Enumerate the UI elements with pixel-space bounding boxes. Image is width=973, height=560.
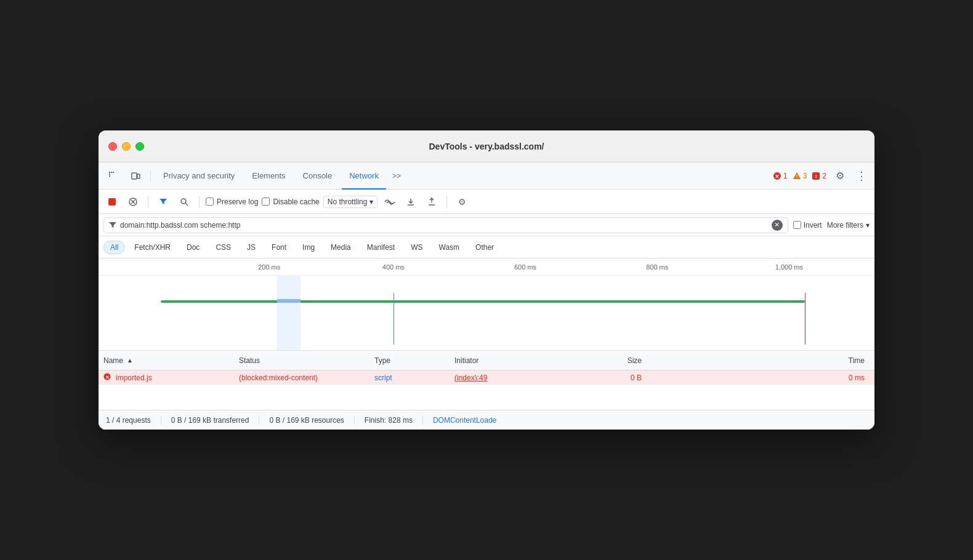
title-bar: DevTools - very.badssl.com/	[99, 130, 874, 162]
svg-point-16	[181, 199, 186, 204]
type-filter-bar: All Fetch/XHR Doc CSS JS Font Img Media …	[99, 236, 874, 258]
invert-checkbox[interactable]	[793, 221, 801, 229]
device-mode-icon[interactable]	[126, 166, 145, 186]
filter-text-input[interactable]	[120, 221, 768, 230]
error-badge[interactable]: ✕ 1	[773, 172, 788, 180]
svg-text:✕: ✕	[105, 375, 110, 380]
status-requests: 1 / 4 requests	[106, 416, 161, 425]
sort-arrow-icon: ▲	[127, 357, 133, 364]
table-body: ✕ imported.js (blocked:mixed-content) sc…	[99, 370, 874, 385]
timeline-chart	[99, 276, 874, 351]
preserve-log-checkbox[interactable]	[206, 198, 214, 206]
type-filter-all[interactable]: All	[103, 241, 125, 254]
type-filter-ws[interactable]: WS	[404, 241, 429, 254]
close-button[interactable]	[108, 142, 117, 151]
inspector-icon[interactable]	[103, 166, 123, 186]
traffic-lights	[108, 142, 144, 151]
toolbar-divider-4	[446, 196, 447, 208]
ruler-800ms: 800 ms	[646, 263, 668, 271]
type-filter-css[interactable]: CSS	[209, 241, 238, 254]
export-icon[interactable]	[423, 193, 440, 210]
ruler-400ms: 400 ms	[382, 263, 405, 271]
search-icon[interactable]	[176, 193, 193, 210]
tab-overflow[interactable]: >>	[389, 172, 405, 180]
type-filter-wasm[interactable]: Wasm	[432, 241, 467, 254]
filter-funnel-icon	[109, 222, 116, 229]
svg-line-17	[185, 203, 188, 206]
type-filter-other[interactable]: Other	[469, 241, 501, 254]
col-header-type[interactable]: Type	[374, 356, 454, 365]
invert-label[interactable]: Invert	[793, 221, 822, 230]
timeline-vline-load	[805, 293, 806, 345]
row-type-cell: script	[374, 374, 454, 382]
table-header: Name ▲ Status Type Initiator Size Time	[99, 351, 874, 370]
svg-rect-4	[109, 175, 110, 177]
col-header-size[interactable]: Size	[578, 356, 652, 365]
maximize-button[interactable]	[135, 142, 144, 151]
timeline-ruler: 200 ms 400 ms 600 ms 800 ms 1,000 ms	[99, 258, 874, 276]
import-icon[interactable]	[402, 193, 419, 210]
type-filter-manifest[interactable]: Manifest	[360, 241, 402, 254]
timeline-area: 200 ms 400 ms 600 ms 800 ms 1,000 ms	[99, 258, 874, 351]
disable-cache-checkbox[interactable]	[262, 198, 270, 206]
row-status-cell: (blocked:mixed-content)	[239, 374, 374, 382]
minimize-button[interactable]	[122, 142, 131, 151]
type-filter-img[interactable]: Img	[296, 241, 321, 254]
main-toolbar: Privacy and security Elements Console Ne…	[99, 162, 874, 190]
error-circle-icon: ✕	[773, 172, 781, 180]
tab-elements[interactable]: Elements	[244, 162, 293, 190]
warning-icon: !	[793, 172, 801, 180]
network-settings-icon[interactable]: ⚙	[453, 193, 470, 210]
chevron-down-icon: ▾	[369, 198, 373, 206]
ruler-200ms: 200 ms	[258, 263, 280, 271]
window-title: DevTools - very.badssl.com/	[429, 142, 544, 151]
filter-icon[interactable]	[155, 193, 172, 210]
filter-input-wrapper: ✕	[103, 217, 788, 233]
more-filters-chevron-icon: ▾	[866, 221, 870, 230]
status-resources: 0 B / 169 kB resources	[269, 416, 354, 425]
type-filter-js[interactable]: JS	[240, 241, 262, 254]
row-initiator-cell: (index):49	[454, 374, 578, 382]
row-name-cell: ✕ imported.js	[103, 373, 239, 382]
filter-bar: ✕ Invert More filters ▾	[99, 214, 874, 236]
status-bar: 1 / 4 requests 0 B / 169 kB transferred …	[99, 410, 874, 430]
tab-network[interactable]: Network	[342, 162, 386, 190]
network-conditions-icon[interactable]	[381, 193, 398, 210]
svg-rect-5	[132, 173, 137, 179]
timeline-blue-segment	[277, 299, 301, 303]
ruler-1000ms: 1,000 ms	[775, 263, 803, 271]
type-filter-font[interactable]: Font	[265, 241, 293, 254]
settings-icon[interactable]: ⚙	[831, 167, 849, 185]
col-header-name[interactable]: Name ▲	[103, 356, 239, 365]
col-header-status[interactable]: Status	[239, 356, 374, 365]
svg-text:✕: ✕	[775, 174, 780, 180]
type-filter-doc[interactable]: Doc	[180, 241, 206, 254]
row-error-icon: ✕	[103, 373, 111, 382]
tab-console[interactable]: Console	[296, 162, 340, 190]
record-stop-icon[interactable]	[103, 193, 121, 210]
svg-rect-2	[109, 174, 110, 175]
svg-rect-6	[137, 174, 140, 178]
col-header-initiator[interactable]: Initiator	[454, 356, 578, 365]
toolbar-divider-2	[148, 196, 148, 208]
col-header-time[interactable]: Time	[652, 356, 870, 365]
filter-clear-button[interactable]: ✕	[772, 220, 783, 231]
more-filters-button[interactable]: More filters ▾	[827, 221, 870, 230]
status-domcontentloaded[interactable]: DOMContentLoade	[433, 416, 496, 425]
badge-group: ✕ 1 ! 3 i 2	[773, 167, 870, 185]
preserve-log-label[interactable]: Preserve log	[206, 198, 258, 206]
type-filter-fetch[interactable]: Fetch/XHR	[127, 241, 177, 254]
svg-rect-1	[111, 172, 112, 173]
table-row[interactable]: ✕ imported.js (blocked:mixed-content) sc…	[99, 370, 874, 385]
info-icon: i	[812, 172, 820, 180]
throttle-select[interactable]: No throttling ▾	[323, 196, 378, 208]
info-badge[interactable]: i 2	[812, 172, 826, 180]
tab-privacy[interactable]: Privacy and security	[156, 162, 242, 190]
type-filter-media[interactable]: Media	[324, 241, 358, 254]
warning-badge[interactable]: ! 3	[793, 172, 807, 180]
row-time-cell: 0 ms	[652, 374, 870, 382]
svg-rect-0	[109, 172, 110, 173]
more-options-icon[interactable]: ⋮	[854, 169, 870, 183]
disable-cache-label[interactable]: Disable cache	[262, 198, 319, 206]
clear-icon[interactable]	[124, 193, 142, 210]
